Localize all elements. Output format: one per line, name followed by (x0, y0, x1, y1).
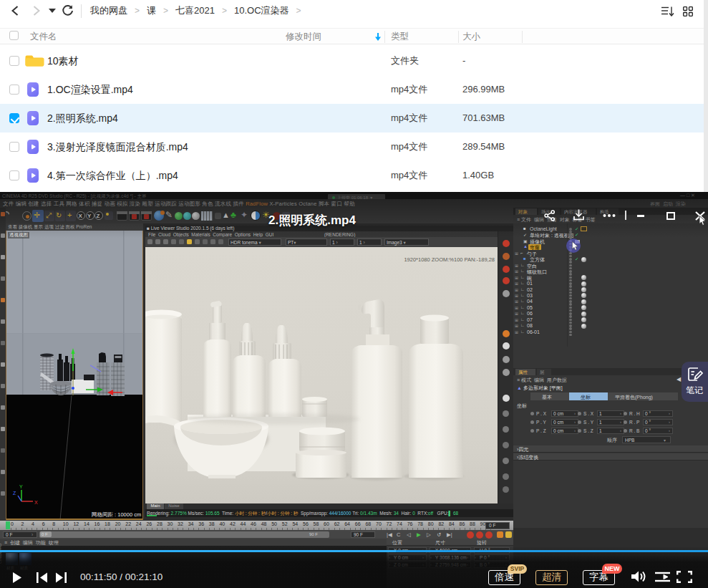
svg-text:Z: Z (13, 491, 16, 496)
svg-text:1920*1080 ZOOM:%100 PAN:-189: 1920*1080 ZOOM:%100 PAN:-189,28 (404, 256, 495, 263)
svg-text:网格间距 : 10000 cm: 网格间距 : 10000 cm (92, 511, 141, 518)
svg-text:Y: Y (19, 484, 23, 489)
svg-text:X: X (34, 500, 38, 505)
